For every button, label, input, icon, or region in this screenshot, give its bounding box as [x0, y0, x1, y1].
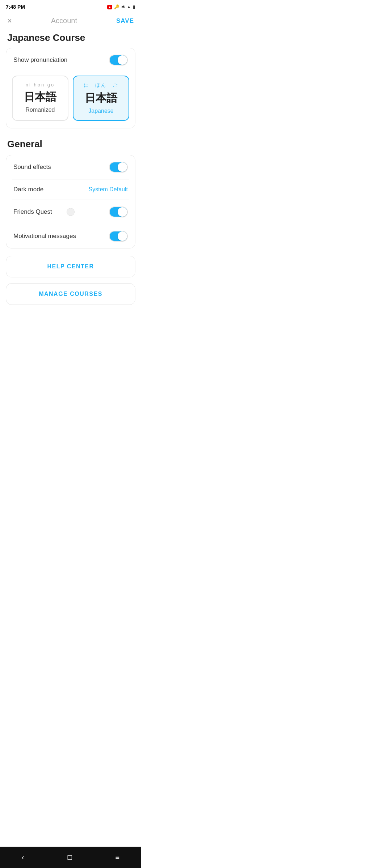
friends-quest-knob — [118, 207, 127, 217]
japanese-option[interactable]: に ほん ご 日本語 Japanese — [73, 76, 129, 121]
top-nav: × Account SAVE — [0, 13, 141, 29]
status-bar: 7:48 PM ● 🔑 ✱ ▲ ▮ — [0, 0, 141, 13]
key-icon: 🔑 — [114, 4, 119, 9]
show-pronunciation-row: Show pronunciation — [6, 48, 135, 72]
general-settings-card: Sound effects Dark mode System Default F… — [6, 155, 135, 248]
romanized-kanji: 日本語 — [24, 90, 56, 105]
page-title: Account — [51, 17, 77, 25]
status-time: 7:48 PM — [6, 4, 25, 10]
japanese-course-title: Japanese Course — [0, 29, 141, 48]
romanized-phonetic: ni hon go — [26, 82, 55, 88]
friends-quest-dot — [67, 208, 75, 216]
battery-icon: ▮ — [133, 4, 135, 9]
manage-courses-label: MANAGE COURSES — [39, 291, 102, 297]
dark-mode-row[interactable]: Dark mode System Default — [6, 179, 135, 200]
close-button[interactable]: × — [7, 17, 12, 25]
status-icons: ● 🔑 ✱ ▲ ▮ — [107, 4, 135, 9]
bluetooth-icon: ✱ — [121, 4, 125, 9]
romanized-label: Romanized — [26, 107, 55, 113]
sound-effects-row: Sound effects — [6, 155, 135, 179]
sound-effects-toggle[interactable] — [109, 162, 128, 173]
show-pronunciation-label: Show pronunciation — [13, 56, 67, 64]
japanese-kanji: 日本語 — [85, 91, 117, 106]
dark-mode-label: Dark mode — [13, 186, 43, 193]
record-icon: ● — [107, 5, 112, 9]
japanese-furigana: に ほん ご — [84, 82, 118, 89]
pronunciation-options: ni hon go 日本語 Romanized に ほん ご 日本語 Japan… — [6, 72, 135, 128]
romanized-option[interactable]: ni hon go 日本語 Romanized — [12, 76, 68, 121]
motivational-messages-knob — [118, 231, 127, 241]
help-center-button[interactable]: HELP CENTER — [6, 256, 135, 277]
friends-quest-label: Friends Quest — [13, 208, 52, 216]
sound-effects-knob — [118, 162, 127, 172]
save-button[interactable]: SAVE — [116, 17, 134, 25]
dark-mode-value: System Default — [89, 186, 128, 193]
motivational-messages-row: Motivational messages — [6, 224, 135, 248]
wifi-icon: ▲ — [127, 4, 131, 9]
sound-effects-label: Sound effects — [13, 163, 51, 171]
help-center-label: HELP CENTER — [47, 263, 94, 269]
japanese-course-card: Show pronunciation ni hon go 日本語 Romaniz… — [6, 48, 135, 128]
friends-quest-toggle[interactable] — [109, 207, 128, 217]
show-pronunciation-toggle[interactable] — [109, 55, 128, 65]
friends-quest-row: Friends Quest — [6, 200, 135, 224]
general-section-title: General — [0, 136, 141, 155]
toggle-knob — [118, 55, 127, 65]
japanese-label: Japanese — [88, 108, 113, 114]
motivational-messages-label: Motivational messages — [13, 233, 76, 240]
motivational-messages-toggle[interactable] — [109, 231, 128, 242]
manage-courses-button[interactable]: MANAGE COURSES — [6, 283, 135, 305]
